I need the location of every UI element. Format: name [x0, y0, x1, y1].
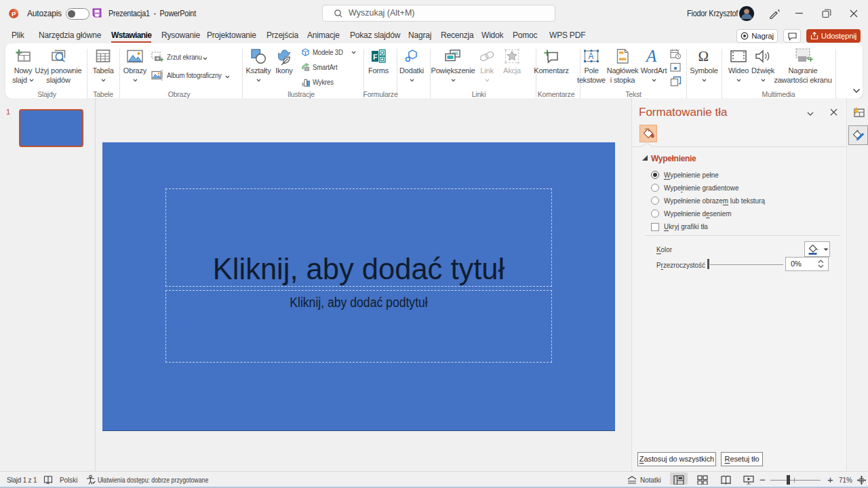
svg-text:A: A — [645, 47, 657, 65]
svg-text:A: A — [589, 52, 594, 61]
svg-text:F: F — [373, 53, 378, 61]
svg-text:P: P — [12, 10, 16, 18]
svg-text:Ω: Ω — [698, 48, 709, 64]
